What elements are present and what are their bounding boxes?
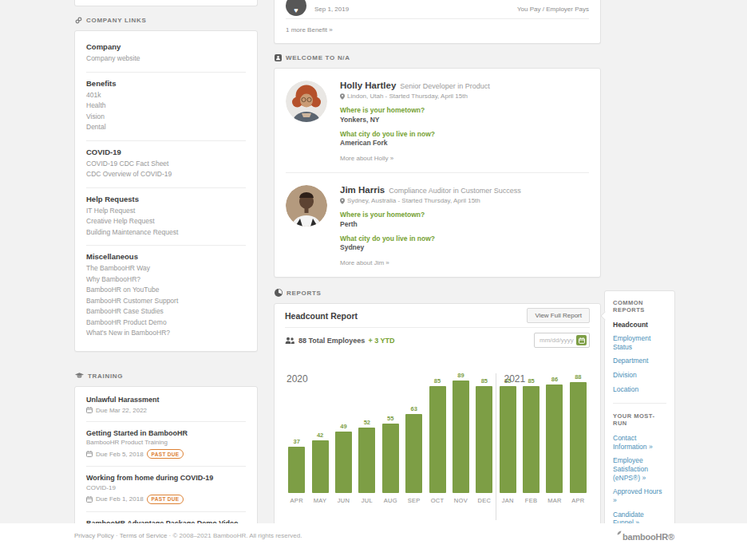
company-link[interactable]: BambooHR Customer Support: [86, 297, 246, 305]
company-link[interactable]: BambooHR Product Demo: [86, 318, 246, 326]
company-link[interactable]: Creative Help Request: [86, 217, 246, 225]
common-report-link[interactable]: Division: [613, 371, 666, 380]
terms-of-service-link[interactable]: Terms of Service: [120, 532, 168, 539]
month-label: JUN: [332, 497, 355, 504]
training-title: TRAINING: [88, 373, 123, 380]
side-panel-divider: [613, 403, 666, 404]
company-link[interactable]: Building Maintenance Request: [86, 228, 246, 236]
company-link[interactable]: 401k: [86, 91, 246, 99]
privacy-policy-link[interactable]: Privacy Policy: [74, 532, 114, 539]
company-link[interactable]: The BambooHR Way: [86, 264, 246, 272]
bar-jun-49[interactable]: [335, 432, 352, 493]
company-link[interactable]: CDC Overview of COVID-19: [86, 170, 246, 178]
bar-jan-85[interactable]: [500, 386, 516, 493]
chart-bar-slot: 85: [496, 377, 520, 493]
more-about-link[interactable]: More about Holly »: [340, 155, 490, 162]
bar-sep-63[interactable]: [405, 414, 422, 493]
month-label: NOV: [449, 497, 472, 504]
bar-apr-37[interactable]: [288, 447, 305, 493]
badge-person-icon: [275, 54, 282, 61]
welcome-title: WELCOME TO N/A: [286, 54, 350, 61]
bar-value-label: 49: [340, 423, 346, 430]
training-item-title: Getting Started in BambooHR: [86, 429, 246, 437]
company-link[interactable]: Company website: [86, 54, 246, 62]
reports-title-label: REPORTS: [287, 290, 322, 297]
bar-nov-89[interactable]: [453, 381, 469, 493]
welcome-card: Holly Hartley Senior Developer in Produc…: [274, 68, 601, 278]
link-group-covid: COVID-19 COVID-19 CDC Fact Sheet CDC Ove…: [86, 141, 246, 188]
chart-months: APRMAYJUNJULAUGSEPOCTNOVDECJANFEBMARAPR: [285, 497, 590, 504]
most-run-link[interactable]: Approved Hours »: [613, 487, 666, 504]
active-report-notch: [600, 311, 609, 320]
date-input[interactable]: [534, 333, 590, 348]
company-link[interactable]: Vision: [86, 112, 246, 120]
bar-apr-88[interactable]: [570, 382, 587, 493]
bar-jul-52[interactable]: [358, 428, 375, 493]
reports-header: REPORTS: [275, 289, 601, 297]
ytd-label: + 3 YTD: [368, 337, 394, 345]
report-title-row: Headcount Report View Full Report: [285, 304, 590, 328]
view-full-report-button[interactable]: View Full Report: [527, 308, 590, 323]
training-item-title: Unlawful Harassment: [86, 396, 246, 404]
company-link[interactable]: Health: [86, 101, 246, 109]
company-link[interactable]: IT Help Request: [86, 207, 246, 215]
more-benefits-link[interactable]: 1 more Benefit »: [286, 26, 589, 34]
chart-bar-slot: 42: [308, 432, 331, 493]
footer-text: Privacy Policy · Terms of Service · © 20…: [74, 532, 302, 539]
chart-bars: 37424952556385898585858688: [285, 373, 590, 493]
past-due-badge: PAST DUE: [147, 449, 184, 459]
clipped-card-top: [74, 0, 258, 6]
common-report-link[interactable]: Employment Status: [613, 334, 666, 351]
common-reports-card: COMMON REPORTS Headcount Employment Stat…: [604, 290, 675, 557]
month-label: MAR: [543, 497, 566, 504]
bar-dec-85[interactable]: [476, 386, 492, 493]
date-field[interactable]: [540, 337, 576, 344]
page-footer: Privacy Policy · Terms of Service · © 20…: [0, 523, 747, 560]
bar-aug-55[interactable]: [382, 424, 399, 493]
profile-body: Holly Hartley Senior Developer in Produc…: [340, 81, 490, 162]
company-links-title: COMPANY LINKS: [86, 17, 146, 24]
training-item[interactable]: Working from home during COVID-19 COVID-…: [86, 467, 246, 512]
common-report-active-headcount[interactable]: Headcount: [613, 321, 666, 329]
people-icon: [285, 337, 294, 345]
common-reports-header: COMMON REPORTS: [613, 299, 666, 314]
common-report-link[interactable]: Department: [613, 357, 666, 365]
calendar-picker-button[interactable]: [576, 335, 587, 345]
bar-oct-85[interactable]: [429, 386, 446, 493]
bar-mar-86[interactable]: [546, 385, 563, 493]
month-label: MAY: [308, 497, 331, 504]
month-label: APR: [285, 497, 308, 504]
bar-feb-85[interactable]: [523, 386, 540, 493]
training-item[interactable]: Unlawful Harassment Due Mar 22, 2022: [86, 388, 246, 422]
profile-question: What city do you live in now?: [340, 235, 521, 243]
training-item-subtitle: BambooHR Product Training: [86, 439, 246, 446]
training-due-date: Due Mar 22, 2022: [96, 407, 147, 414]
chart-bar-slot: 86: [543, 376, 566, 493]
company-link[interactable]: BambooHR on YouTube: [86, 286, 246, 294]
avatar-jim[interactable]: [286, 185, 327, 227]
month-label: AUG: [379, 497, 402, 504]
pie-chart-icon: [275, 289, 283, 297]
bar-value-label: 85: [528, 377, 534, 385]
most-run-link[interactable]: Employee Satisfaction (eNPS®) »: [613, 456, 666, 482]
bar-may-42[interactable]: [312, 440, 329, 493]
company-link[interactable]: BambooHR Case Studies: [86, 307, 246, 315]
chart-bar-slot: 37: [285, 438, 308, 493]
company-link[interactable]: Dental: [86, 123, 246, 131]
company-link[interactable]: COVID-19 CDC Fact Sheet: [86, 160, 246, 168]
month-label: JUL: [355, 497, 378, 504]
bar-value-label: 52: [364, 419, 370, 426]
calendar-icon: [86, 407, 93, 413]
company-link[interactable]: Why BambooHR?: [86, 275, 246, 283]
link-icon: [75, 17, 82, 24]
training-card: Unlawful Harassment Due Mar 22, 2022 Get…: [74, 386, 258, 546]
bar-value-label: 86: [551, 376, 558, 383]
most-run-link[interactable]: Contact Information »: [613, 434, 666, 451]
training-item[interactable]: Getting Started in BambooHR BambooHR Pro…: [86, 422, 246, 467]
common-report-link[interactable]: Location: [613, 385, 666, 394]
avatar-holly[interactable]: [286, 81, 327, 122]
company-link[interactable]: What's New in BambooHR?: [86, 329, 246, 337]
year-label-2021: 2021: [504, 373, 525, 385]
profile-question: Where is your hometown?: [340, 106, 490, 114]
more-about-link[interactable]: More about Jim »: [340, 259, 521, 266]
